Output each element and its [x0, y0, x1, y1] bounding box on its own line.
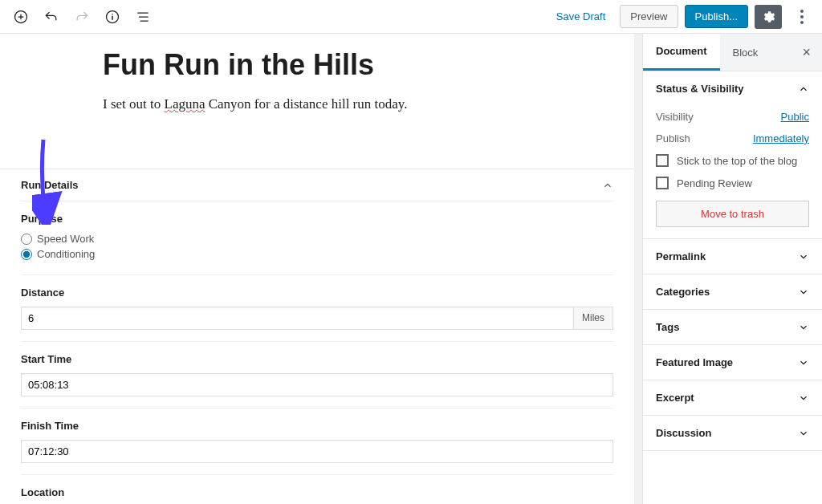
- gear-icon: [761, 10, 775, 24]
- field-label: Start Time: [21, 353, 613, 365]
- panel-header[interactable]: Excerpt: [643, 380, 822, 415]
- post-body[interactable]: I set out to Laguna Canyon for a distanc…: [103, 96, 634, 112]
- outline-button[interactable]: [128, 2, 157, 31]
- publish-button[interactable]: Publish...: [685, 5, 748, 28]
- tab-document[interactable]: Document: [643, 34, 720, 71]
- content-area: Fun Run in the Hills I set out to Laguna…: [0, 34, 634, 112]
- undo-button[interactable]: [37, 2, 66, 31]
- plus-circle-icon: [13, 9, 29, 25]
- field-label: Purpose: [21, 213, 613, 225]
- panel-header[interactable]: Status & Visibility: [643, 71, 822, 106]
- main-wrap: Fun Run in the Hills I set out to Laguna…: [0, 34, 822, 504]
- panel-body: Visibility Public Publish Immediately St…: [643, 106, 822, 238]
- meta-box-header[interactable]: Run Details: [0, 169, 634, 201]
- sidebar-tabs: Document Block ×: [643, 34, 822, 71]
- row-label: Visibility: [656, 111, 694, 123]
- distance-input[interactable]: [21, 307, 573, 330]
- panel-title: Excerpt: [656, 392, 694, 404]
- tab-block[interactable]: Block: [720, 35, 771, 70]
- toolbar-left: [6, 2, 157, 31]
- panel-header[interactable]: Categories: [643, 274, 822, 309]
- settings-button[interactable]: [755, 5, 782, 29]
- annotation-arrow-icon: [32, 136, 64, 225]
- chevron-down-icon: [798, 251, 809, 262]
- visibility-link[interactable]: Public: [781, 111, 809, 123]
- outline-icon: [135, 9, 151, 25]
- chevron-down-icon: [798, 287, 809, 298]
- unit-badge: Miles: [573, 307, 613, 330]
- toolbar-right: Save Draft Preview Publish...: [548, 5, 816, 29]
- editor-scrollbar[interactable]: [634, 34, 642, 504]
- panel-title: Featured Image: [656, 356, 733, 368]
- info-icon: [104, 9, 120, 25]
- panel-tags: Tags: [643, 310, 822, 345]
- checkbox-icon: [656, 154, 669, 167]
- panel-permalink: Permalink: [643, 239, 822, 274]
- panel-title: Status & Visibility: [656, 83, 744, 95]
- editor-area: Fun Run in the Hills I set out to Laguna…: [0, 34, 634, 504]
- redo-icon: [74, 9, 90, 25]
- undo-icon: [43, 9, 59, 25]
- panel-header[interactable]: Permalink: [643, 239, 822, 274]
- chevron-down-icon: [798, 428, 809, 439]
- field-start-time: Start Time: [21, 341, 613, 408]
- kebab-icon: [800, 10, 804, 24]
- visibility-row: Visibility Public: [656, 106, 809, 128]
- distance-input-group: Miles: [21, 307, 613, 330]
- finish-time-input[interactable]: [21, 440, 613, 463]
- move-to-trash-button[interactable]: Move to trash: [656, 201, 809, 227]
- chevron-down-icon: [798, 392, 809, 404]
- pending-checkbox-row[interactable]: Pending Review: [656, 172, 809, 194]
- meta-box-body: Purpose Speed Work Conditioning Distance: [0, 201, 634, 504]
- panel-title: Permalink: [656, 250, 706, 262]
- checkbox-label: Stick to the top of the blog: [677, 155, 797, 167]
- radio-speed-work[interactable]: Speed Work: [21, 233, 613, 245]
- close-sidebar-button[interactable]: ×: [791, 44, 822, 61]
- panel-discussion: Discussion: [643, 416, 822, 451]
- post-title[interactable]: Fun Run in the Hills: [103, 48, 634, 82]
- more-menu-button[interactable]: [788, 5, 816, 29]
- row-label: Publish: [656, 132, 690, 144]
- field-label: Finish Time: [21, 420, 613, 432]
- field-label: Location: [21, 486, 613, 498]
- start-time-input[interactable]: [21, 373, 613, 396]
- stick-checkbox-row[interactable]: Stick to the top of the blog: [656, 149, 809, 172]
- panel-header[interactable]: Discussion: [643, 416, 822, 450]
- body-text: Canyon for a distance hill run today.: [205, 96, 407, 112]
- field-purpose: Purpose Speed Work Conditioning: [21, 201, 613, 274]
- radio-conditioning[interactable]: Conditioning: [21, 248, 613, 260]
- spellcheck-word: Laguna: [165, 96, 206, 112]
- chevron-down-icon: [798, 357, 809, 368]
- panel-title: Categories: [656, 286, 710, 298]
- chevron-up-icon: [602, 180, 613, 191]
- radio-input[interactable]: [21, 234, 32, 245]
- save-draft-button[interactable]: Save Draft: [548, 6, 613, 27]
- field-label: Distance: [21, 287, 613, 299]
- radio-input[interactable]: [21, 249, 32, 260]
- chevron-down-icon: [798, 322, 809, 333]
- chevron-up-icon: [798, 83, 809, 95]
- checkbox-icon: [656, 177, 669, 189]
- panel-title: Tags: [656, 321, 679, 333]
- close-icon: ×: [802, 44, 811, 60]
- top-toolbar: Save Draft Preview Publish...: [0, 0, 822, 34]
- preview-button[interactable]: Preview: [620, 5, 678, 28]
- panel-title: Discussion: [656, 427, 711, 439]
- meta-box: Run Details Purpose Speed Work Condition…: [0, 169, 634, 504]
- radio-label: Speed Work: [37, 233, 94, 245]
- panel-featured-image: Featured Image: [643, 345, 822, 380]
- panel-header[interactable]: Featured Image: [643, 345, 822, 380]
- panel-header[interactable]: Tags: [643, 310, 822, 344]
- field-distance: Distance Miles: [21, 274, 613, 341]
- panel-status-visibility: Status & Visibility Visibility Public Pu…: [643, 71, 822, 239]
- settings-sidebar: Document Block × Status & Visibility Vis…: [642, 34, 822, 504]
- panel-excerpt: Excerpt: [643, 380, 822, 416]
- panel-categories: Categories: [643, 274, 822, 310]
- add-block-button[interactable]: [6, 2, 35, 31]
- field-location: Location: [21, 474, 613, 504]
- info-button[interactable]: [98, 2, 127, 31]
- redo-button[interactable]: [67, 2, 96, 31]
- field-finish-time: Finish Time: [21, 408, 613, 474]
- radio-label: Conditioning: [37, 248, 95, 260]
- publish-link[interactable]: Immediately: [753, 132, 809, 144]
